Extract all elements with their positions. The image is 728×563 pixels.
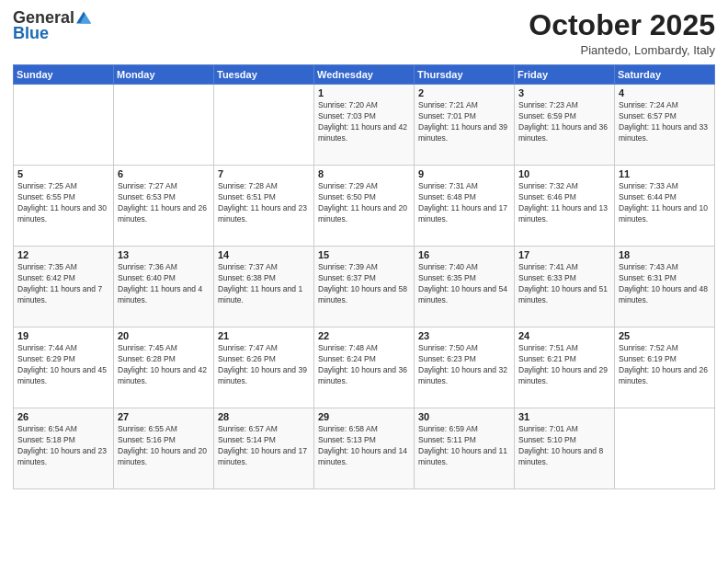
calendar-cell: 5Sunrise: 7:25 AM Sunset: 6:55 PM Daylig… <box>14 166 114 247</box>
day-number: 23 <box>418 330 510 341</box>
day-info: Sunrise: 7:47 AM Sunset: 6:26 PM Dayligh… <box>218 343 310 387</box>
calendar-cell: 24Sunrise: 7:51 AM Sunset: 6:21 PM Dayli… <box>515 327 615 408</box>
weekday-header: Thursday <box>415 65 515 85</box>
calendar-week-row: 12Sunrise: 7:35 AM Sunset: 6:42 PM Dayli… <box>14 247 715 327</box>
day-info: Sunrise: 7:20 AM Sunset: 7:03 PM Dayligh… <box>318 100 410 144</box>
day-number: 15 <box>318 249 410 260</box>
day-info: Sunrise: 7:24 AM Sunset: 6:57 PM Dayligh… <box>619 100 711 144</box>
day-number: 13 <box>118 249 210 260</box>
day-info: Sunrise: 7:52 AM Sunset: 6:19 PM Dayligh… <box>619 343 711 387</box>
calendar-cell: 26Sunrise: 6:54 AM Sunset: 5:18 PM Dayli… <box>14 408 114 489</box>
calendar-cell: 21Sunrise: 7:47 AM Sunset: 6:26 PM Dayli… <box>214 327 314 408</box>
calendar-cell: 23Sunrise: 7:50 AM Sunset: 6:23 PM Dayli… <box>415 327 515 408</box>
day-number: 18 <box>619 249 711 260</box>
logo: General Blue <box>13 9 91 43</box>
day-number: 8 <box>318 168 410 179</box>
day-info: Sunrise: 7:25 AM Sunset: 6:55 PM Dayligh… <box>17 181 109 225</box>
calendar-cell: 19Sunrise: 7:44 AM Sunset: 6:29 PM Dayli… <box>14 327 114 408</box>
day-info: Sunrise: 7:37 AM Sunset: 6:38 PM Dayligh… <box>218 262 310 306</box>
calendar-cell: 30Sunrise: 6:59 AM Sunset: 5:11 PM Dayli… <box>415 408 515 489</box>
day-number: 10 <box>518 168 610 179</box>
day-info: Sunrise: 7:36 AM Sunset: 6:40 PM Dayligh… <box>118 262 210 306</box>
day-number: 5 <box>17 168 109 179</box>
day-number: 25 <box>619 330 711 341</box>
day-number: 16 <box>418 249 510 260</box>
day-number: 19 <box>17 330 109 341</box>
day-number: 27 <box>118 411 210 422</box>
day-number: 1 <box>318 87 410 98</box>
calendar-cell: 3Sunrise: 7:23 AM Sunset: 6:59 PM Daylig… <box>515 85 615 166</box>
day-number: 9 <box>418 168 510 179</box>
calendar-cell: 27Sunrise: 6:55 AM Sunset: 5:16 PM Dayli… <box>114 408 214 489</box>
day-info: Sunrise: 7:44 AM Sunset: 6:29 PM Dayligh… <box>17 343 109 387</box>
calendar-cell <box>615 408 715 489</box>
page: General Blue October 2025 Piantedo, Lomb… <box>0 0 728 563</box>
header: General Blue October 2025 Piantedo, Lomb… <box>13 9 715 57</box>
day-info: Sunrise: 7:40 AM Sunset: 6:35 PM Dayligh… <box>418 262 510 306</box>
calendar-cell: 12Sunrise: 7:35 AM Sunset: 6:42 PM Dayli… <box>14 247 114 327</box>
weekday-header: Saturday <box>615 65 715 85</box>
day-number: 29 <box>318 411 410 422</box>
calendar-cell: 29Sunrise: 6:58 AM Sunset: 5:13 PM Dayli… <box>314 408 415 489</box>
day-info: Sunrise: 7:50 AM Sunset: 6:23 PM Dayligh… <box>418 343 510 387</box>
day-number: 3 <box>518 87 610 98</box>
day-number: 4 <box>619 87 711 98</box>
day-info: Sunrise: 7:48 AM Sunset: 6:24 PM Dayligh… <box>318 343 410 387</box>
weekday-header: Tuesday <box>214 65 314 85</box>
calendar-cell: 4Sunrise: 7:24 AM Sunset: 6:57 PM Daylig… <box>615 85 715 166</box>
day-number: 21 <box>218 330 310 341</box>
calendar-cell: 6Sunrise: 7:27 AM Sunset: 6:53 PM Daylig… <box>114 166 214 247</box>
day-info: Sunrise: 6:54 AM Sunset: 5:18 PM Dayligh… <box>17 424 109 468</box>
day-info: Sunrise: 7:43 AM Sunset: 6:31 PM Dayligh… <box>619 262 711 306</box>
day-number: 20 <box>118 330 210 341</box>
weekday-header: Friday <box>515 65 615 85</box>
day-number: 14 <box>218 249 310 260</box>
calendar-cell: 2Sunrise: 7:21 AM Sunset: 7:01 PM Daylig… <box>415 85 515 166</box>
calendar-week-row: 26Sunrise: 6:54 AM Sunset: 5:18 PM Dayli… <box>14 408 715 489</box>
logo-blue: Blue <box>13 24 49 43</box>
day-info: Sunrise: 6:59 AM Sunset: 5:11 PM Dayligh… <box>418 424 510 468</box>
day-info: Sunrise: 7:01 AM Sunset: 5:10 PM Dayligh… <box>518 424 610 468</box>
calendar-cell: 9Sunrise: 7:31 AM Sunset: 6:48 PM Daylig… <box>415 166 515 247</box>
calendar-cell: 14Sunrise: 7:37 AM Sunset: 6:38 PM Dayli… <box>214 247 314 327</box>
day-number: 24 <box>518 330 610 341</box>
calendar-cell: 28Sunrise: 6:57 AM Sunset: 5:14 PM Dayli… <box>214 408 314 489</box>
day-number: 6 <box>118 168 210 179</box>
calendar-cell <box>114 85 214 166</box>
calendar-cell: 7Sunrise: 7:28 AM Sunset: 6:51 PM Daylig… <box>214 166 314 247</box>
day-info: Sunrise: 7:33 AM Sunset: 6:44 PM Dayligh… <box>619 181 711 225</box>
calendar-week-row: 19Sunrise: 7:44 AM Sunset: 6:29 PM Dayli… <box>14 327 715 408</box>
calendar-cell: 20Sunrise: 7:45 AM Sunset: 6:28 PM Dayli… <box>114 327 214 408</box>
calendar-cell: 13Sunrise: 7:36 AM Sunset: 6:40 PM Dayli… <box>114 247 214 327</box>
calendar-week-row: 1Sunrise: 7:20 AM Sunset: 7:03 PM Daylig… <box>14 85 715 166</box>
calendar-cell: 16Sunrise: 7:40 AM Sunset: 6:35 PM Dayli… <box>415 247 515 327</box>
calendar-cell: 25Sunrise: 7:52 AM Sunset: 6:19 PM Dayli… <box>615 327 715 408</box>
day-number: 12 <box>17 249 109 260</box>
weekday-header-row: SundayMondayTuesdayWednesdayThursdayFrid… <box>14 65 715 85</box>
day-info: Sunrise: 7:21 AM Sunset: 7:01 PM Dayligh… <box>418 100 510 144</box>
day-info: Sunrise: 7:29 AM Sunset: 6:50 PM Dayligh… <box>318 181 410 225</box>
day-info: Sunrise: 7:39 AM Sunset: 6:37 PM Dayligh… <box>318 262 410 306</box>
day-number: 11 <box>619 168 711 179</box>
month-title: October 2025 <box>529 9 715 41</box>
day-info: Sunrise: 7:45 AM Sunset: 6:28 PM Dayligh… <box>118 343 210 387</box>
day-info: Sunrise: 7:32 AM Sunset: 6:46 PM Dayligh… <box>518 181 610 225</box>
day-info: Sunrise: 6:58 AM Sunset: 5:13 PM Dayligh… <box>318 424 410 468</box>
weekday-header: Sunday <box>14 65 114 85</box>
calendar-cell: 18Sunrise: 7:43 AM Sunset: 6:31 PM Dayli… <box>615 247 715 327</box>
location: Piantedo, Lombardy, Italy <box>529 43 715 57</box>
calendar-cell: 15Sunrise: 7:39 AM Sunset: 6:37 PM Dayli… <box>314 247 415 327</box>
calendar-cell: 8Sunrise: 7:29 AM Sunset: 6:50 PM Daylig… <box>314 166 415 247</box>
calendar-cell: 31Sunrise: 7:01 AM Sunset: 5:10 PM Dayli… <box>515 408 615 489</box>
weekday-header: Monday <box>114 65 214 85</box>
day-info: Sunrise: 6:55 AM Sunset: 5:16 PM Dayligh… <box>118 424 210 468</box>
calendar-cell: 22Sunrise: 7:48 AM Sunset: 6:24 PM Dayli… <box>314 327 415 408</box>
calendar-cell: 17Sunrise: 7:41 AM Sunset: 6:33 PM Dayli… <box>515 247 615 327</box>
day-info: Sunrise: 7:31 AM Sunset: 6:48 PM Dayligh… <box>418 181 510 225</box>
day-number: 31 <box>518 411 610 422</box>
day-number: 2 <box>418 87 510 98</box>
day-number: 17 <box>518 249 610 260</box>
calendar-cell: 11Sunrise: 7:33 AM Sunset: 6:44 PM Dayli… <box>615 166 715 247</box>
calendar-cell <box>14 85 114 166</box>
day-info: Sunrise: 7:41 AM Sunset: 6:33 PM Dayligh… <box>518 262 610 306</box>
